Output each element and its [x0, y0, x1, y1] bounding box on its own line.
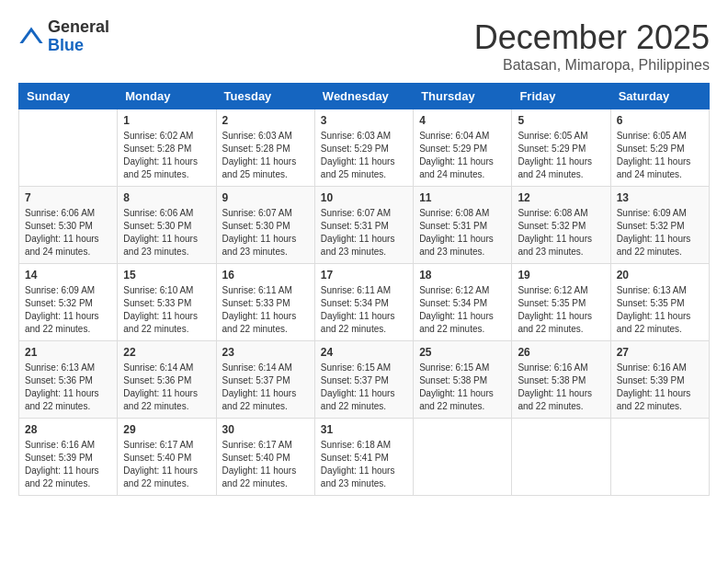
calendar-cell: 16Sunrise: 6:11 AM Sunset: 5:33 PM Dayli… [216, 264, 314, 341]
day-info: Sunrise: 6:04 AM Sunset: 5:29 PM Dayligh… [419, 130, 506, 181]
calendar-cell: 17Sunrise: 6:11 AM Sunset: 5:34 PM Dayli… [314, 264, 413, 341]
day-info: Sunrise: 6:17 AM Sunset: 5:40 PM Dayligh… [222, 439, 309, 490]
calendar-cell: 1Sunrise: 6:02 AM Sunset: 5:28 PM Daylig… [118, 109, 216, 187]
calendar-cell: 6Sunrise: 6:05 AM Sunset: 5:29 PM Daylig… [610, 109, 709, 187]
location-subtitle: Batasan, Mimaropa, Philippines [474, 57, 710, 74]
day-info: Sunrise: 6:06 AM Sunset: 5:30 PM Dayligh… [25, 207, 111, 259]
calendar-cell: 5Sunrise: 6:05 AM Sunset: 5:29 PM Daylig… [512, 109, 610, 187]
day-number: 23 [222, 346, 309, 359]
day-number: 7 [25, 191, 111, 204]
day-number: 25 [419, 346, 506, 359]
day-info: Sunrise: 6:08 AM Sunset: 5:32 PM Dayligh… [518, 207, 604, 259]
calendar-cell: 31Sunrise: 6:18 AM Sunset: 5:41 PM Dayli… [314, 419, 413, 496]
calendar-cell: 19Sunrise: 6:12 AM Sunset: 5:35 PM Dayli… [512, 264, 610, 341]
logo-general: General [48, 17, 109, 36]
day-number: 19 [518, 269, 604, 282]
day-number: 29 [123, 423, 210, 436]
calendar-cell: 7Sunrise: 6:06 AM Sunset: 5:30 PM Daylig… [19, 187, 118, 264]
day-number: 14 [25, 269, 111, 282]
calendar-cell [512, 419, 610, 496]
day-number: 9 [222, 191, 309, 204]
day-info: Sunrise: 6:09 AM Sunset: 5:32 PM Dayligh… [617, 207, 703, 259]
calendar-cell [414, 419, 512, 496]
calendar-cell: 15Sunrise: 6:10 AM Sunset: 5:33 PM Dayli… [118, 264, 216, 341]
day-number: 30 [222, 423, 309, 436]
calendar-cell: 27Sunrise: 6:16 AM Sunset: 5:39 PM Dayli… [610, 341, 709, 419]
calendar-cell: 3Sunrise: 6:03 AM Sunset: 5:29 PM Daylig… [314, 109, 413, 187]
calendar-header-wednesday: Wednesday [314, 84, 413, 109]
day-number: 24 [321, 346, 407, 359]
calendar-cell [610, 419, 709, 496]
calendar-header-sunday: Sunday [19, 84, 118, 109]
day-number: 13 [617, 191, 703, 204]
day-info: Sunrise: 6:11 AM Sunset: 5:33 PM Dayligh… [222, 284, 309, 336]
day-number: 10 [321, 191, 407, 204]
day-info: Sunrise: 6:07 AM Sunset: 5:31 PM Dayligh… [321, 207, 407, 259]
day-info: Sunrise: 6:07 AM Sunset: 5:30 PM Dayligh… [222, 207, 309, 259]
logo-text: General Blue [48, 18, 109, 55]
day-info: Sunrise: 6:06 AM Sunset: 5:30 PM Dayligh… [123, 207, 210, 259]
day-info: Sunrise: 6:16 AM Sunset: 5:39 PM Dayligh… [617, 362, 703, 413]
calendar-header-tuesday: Tuesday [216, 84, 314, 109]
day-number: 3 [321, 114, 407, 127]
day-info: Sunrise: 6:08 AM Sunset: 5:31 PM Dayligh… [419, 207, 506, 259]
calendar-week-row: 7Sunrise: 6:06 AM Sunset: 5:30 PM Daylig… [19, 187, 710, 264]
calendar-cell [19, 109, 118, 187]
day-number: 21 [25, 346, 111, 359]
calendar-cell: 23Sunrise: 6:14 AM Sunset: 5:37 PM Dayli… [216, 341, 314, 419]
title-block: December 2025 Batasan, Mimaropa, Philipp… [474, 18, 710, 74]
calendar-cell: 21Sunrise: 6:13 AM Sunset: 5:36 PM Dayli… [19, 341, 118, 419]
day-number: 20 [617, 269, 703, 282]
calendar-cell: 26Sunrise: 6:16 AM Sunset: 5:38 PM Dayli… [512, 341, 610, 419]
day-info: Sunrise: 6:15 AM Sunset: 5:37 PM Dayligh… [321, 362, 407, 413]
calendar-week-row: 1Sunrise: 6:02 AM Sunset: 5:28 PM Daylig… [19, 109, 710, 187]
calendar-cell: 2Sunrise: 6:03 AM Sunset: 5:28 PM Daylig… [216, 109, 314, 187]
calendar-cell: 24Sunrise: 6:15 AM Sunset: 5:37 PM Dayli… [314, 341, 413, 419]
calendar-cell: 8Sunrise: 6:06 AM Sunset: 5:30 PM Daylig… [118, 187, 216, 264]
day-info: Sunrise: 6:16 AM Sunset: 5:38 PM Dayligh… [518, 362, 604, 413]
day-info: Sunrise: 6:14 AM Sunset: 5:36 PM Dayligh… [123, 362, 210, 413]
calendar-header-monday: Monday [118, 84, 216, 109]
day-info: Sunrise: 6:14 AM Sunset: 5:37 PM Dayligh… [222, 362, 309, 413]
month-title: December 2025 [474, 18, 710, 57]
day-number: 1 [123, 114, 210, 127]
calendar-week-row: 14Sunrise: 6:09 AM Sunset: 5:32 PM Dayli… [19, 264, 710, 341]
day-info: Sunrise: 6:05 AM Sunset: 5:29 PM Dayligh… [617, 130, 703, 181]
day-number: 11 [419, 191, 506, 204]
calendar-header-saturday: Saturday [610, 84, 709, 109]
calendar-cell: 13Sunrise: 6:09 AM Sunset: 5:32 PM Dayli… [610, 187, 709, 264]
day-number: 18 [419, 269, 506, 282]
day-info: Sunrise: 6:02 AM Sunset: 5:28 PM Dayligh… [123, 130, 210, 181]
calendar-cell: 30Sunrise: 6:17 AM Sunset: 5:40 PM Dayli… [216, 419, 314, 496]
day-number: 5 [518, 114, 604, 127]
logo: General Blue [18, 18, 109, 55]
logo-blue: Blue [48, 36, 84, 54]
day-info: Sunrise: 6:09 AM Sunset: 5:32 PM Dayligh… [25, 284, 111, 336]
day-info: Sunrise: 6:13 AM Sunset: 5:35 PM Dayligh… [617, 284, 703, 336]
day-number: 22 [123, 346, 210, 359]
day-number: 6 [617, 114, 703, 127]
day-info: Sunrise: 6:11 AM Sunset: 5:34 PM Dayligh… [321, 284, 407, 336]
day-number: 28 [25, 423, 111, 436]
calendar-week-row: 28Sunrise: 6:16 AM Sunset: 5:39 PM Dayli… [19, 419, 710, 496]
calendar-cell: 12Sunrise: 6:08 AM Sunset: 5:32 PM Dayli… [512, 187, 610, 264]
day-number: 8 [123, 191, 210, 204]
calendar-cell: 10Sunrise: 6:07 AM Sunset: 5:31 PM Dayli… [314, 187, 413, 264]
calendar-cell: 22Sunrise: 6:14 AM Sunset: 5:36 PM Dayli… [118, 341, 216, 419]
calendar-header-thursday: Thursday [414, 84, 512, 109]
day-info: Sunrise: 6:17 AM Sunset: 5:40 PM Dayligh… [123, 439, 210, 490]
day-info: Sunrise: 6:12 AM Sunset: 5:34 PM Dayligh… [419, 284, 506, 336]
calendar-cell: 20Sunrise: 6:13 AM Sunset: 5:35 PM Dayli… [610, 264, 709, 341]
page-header: General Blue December 2025 Batasan, Mima… [18, 18, 710, 74]
day-number: 17 [321, 269, 407, 282]
calendar-week-row: 21Sunrise: 6:13 AM Sunset: 5:36 PM Dayli… [19, 341, 710, 419]
calendar-cell: 28Sunrise: 6:16 AM Sunset: 5:39 PM Dayli… [19, 419, 118, 496]
calendar-header-row: SundayMondayTuesdayWednesdayThursdayFrid… [19, 84, 710, 109]
day-info: Sunrise: 6:15 AM Sunset: 5:38 PM Dayligh… [419, 362, 506, 413]
day-number: 2 [222, 114, 309, 127]
calendar-cell: 11Sunrise: 6:08 AM Sunset: 5:31 PM Dayli… [414, 187, 512, 264]
day-info: Sunrise: 6:18 AM Sunset: 5:41 PM Dayligh… [321, 439, 407, 490]
calendar-cell: 14Sunrise: 6:09 AM Sunset: 5:32 PM Dayli… [19, 264, 118, 341]
calendar-header-friday: Friday [512, 84, 610, 109]
day-number: 15 [123, 269, 210, 282]
